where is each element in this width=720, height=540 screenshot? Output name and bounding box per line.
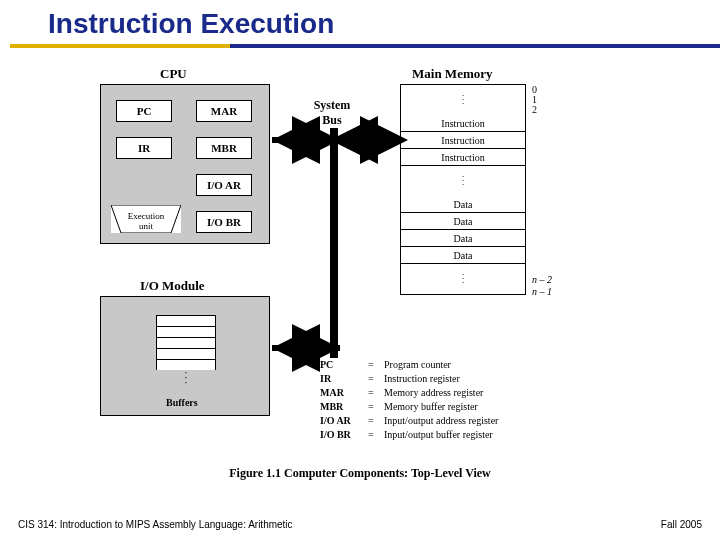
mem-dots-mid: ···	[401, 166, 525, 196]
legend-row: IR=Instruction register	[320, 372, 498, 386]
legend-row: I/O AR=Input/output address register	[320, 414, 498, 428]
svg-rect-2	[330, 128, 338, 358]
figure-caption: Figure 1.1 Computer Components: Top-Leve…	[0, 466, 720, 481]
execution-unit-label: Execution unit	[111, 211, 181, 231]
mem-dots-bot: ···	[401, 264, 525, 294]
mem-row-instruction: Instruction	[401, 115, 525, 132]
system-bus-label: System Bus	[302, 98, 362, 128]
mbr-register: MBR	[196, 137, 252, 159]
diagram-stage: CPU PC MAR IR MBR I/O AR I/O BR Executio…	[0, 48, 720, 498]
buffer-row	[156, 326, 216, 337]
buffer-row	[156, 337, 216, 348]
mem-row-data: Data	[401, 213, 525, 230]
buffer-row	[156, 348, 216, 359]
mem-row-instruction: Instruction	[401, 132, 525, 149]
mem-dots-top: ···	[401, 85, 525, 115]
mem-idx-n2: n – 2	[532, 274, 552, 285]
footer-left: CIS 314: Introduction to MIPS Assembly L…	[18, 519, 293, 530]
execution-unit: Execution unit	[111, 205, 181, 233]
legend-row: PC=Program counter	[320, 358, 498, 372]
legend-row: MAR=Memory address register	[320, 386, 498, 400]
buffer-stack: ···	[156, 315, 216, 385]
mem-row-data: Data	[401, 247, 525, 264]
io-module-box: ··· Buffers	[100, 296, 270, 416]
iobr-register: I/O BR	[196, 211, 252, 233]
mem-row-data: Data	[401, 230, 525, 247]
legend-row: MBR=Memory buffer register	[320, 400, 498, 414]
buffers-label: Buffers	[166, 397, 198, 408]
mem-row-data: Data	[401, 196, 525, 213]
ioar-register: I/O AR	[196, 174, 252, 196]
ir-register: IR	[116, 137, 172, 159]
memory-box: ··· Instruction Instruction Instruction …	[400, 84, 526, 295]
mem-idx-n1: n – 1	[532, 286, 552, 297]
legend: PC=Program counter IR=Instruction regist…	[320, 358, 498, 442]
io-module-label: I/O Module	[140, 278, 205, 294]
slide-title: Instruction Execution	[0, 0, 720, 44]
main-memory-label: Main Memory	[412, 66, 493, 82]
buffer-dots: ···	[156, 370, 216, 385]
footer-right: Fall 2005	[661, 519, 702, 530]
mem-idx-2: 2	[532, 104, 537, 115]
cpu-label: CPU	[160, 66, 187, 82]
cpu-box: PC MAR IR MBR I/O AR I/O BR Execution un…	[100, 84, 270, 244]
mar-register: MAR	[196, 100, 252, 122]
mem-row-instruction: Instruction	[401, 149, 525, 166]
buffer-row	[156, 315, 216, 326]
pc-register: PC	[116, 100, 172, 122]
legend-row: I/O BR=Input/output buffer register	[320, 428, 498, 442]
